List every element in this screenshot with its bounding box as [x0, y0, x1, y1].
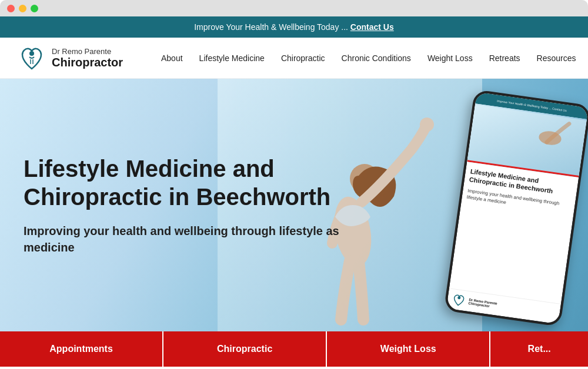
phone-brand-text: Dr Remo Parente Chiropractor	[468, 298, 497, 309]
cta-buttons-row: Appointments Chiropractic Weight Loss Re…	[0, 331, 588, 367]
navigation: Dr Remo Parente Chiropractor About Lifes…	[0, 38, 588, 79]
svg-point-0	[29, 51, 34, 56]
close-button-dot[interactable]	[7, 5, 15, 12]
cta-appointments-button[interactable]: Appointments	[0, 331, 163, 367]
nav-contact[interactable]: Contact	[584, 53, 589, 63]
maximize-button-dot[interactable]	[31, 5, 38, 12]
nav-about[interactable]: About	[153, 53, 191, 63]
svg-point-4	[420, 118, 434, 132]
logo-area[interactable]: Dr Remo Parente Chiropractor	[18, 44, 135, 72]
hero-section: Lifestyle Medicine and Chiropractic in B…	[0, 79, 588, 331]
hero-content: Lifestyle Medicine and Chiropractic in B…	[24, 155, 341, 256]
hero-subtitle: Improving your health and wellbeing thro…	[24, 223, 341, 256]
logo-icon	[18, 44, 46, 72]
banner-text: Improve Your Health & Wellbeing Today ..…	[194, 22, 348, 32]
nav-lifestyle-medicine[interactable]: Lifestyle Medicine	[191, 53, 273, 63]
logo-name-bottom: Chiropractor	[52, 56, 123, 69]
nav-weight-loss[interactable]: Weight Loss	[419, 53, 481, 63]
hero-title: Lifestyle Medicine and Chiropractic in B…	[24, 155, 341, 211]
nav-chronic-conditions[interactable]: Chronic Conditions	[333, 53, 419, 63]
svg-point-7	[457, 296, 461, 300]
minimize-button-dot[interactable]	[19, 5, 26, 12]
nav-links: About Lifestyle Medicine Chiropractic Ch…	[153, 53, 588, 63]
window-chrome	[0, 0, 588, 16]
nav-resources[interactable]: Resources	[529, 53, 584, 63]
contact-us-link[interactable]: Contact Us	[350, 22, 394, 32]
top-banner: Improve Your Health & Wellbeing Today ..…	[0, 16, 588, 38]
nav-retreats[interactable]: Retreats	[481, 53, 529, 63]
cta-retreats-button[interactable]: Ret...	[490, 331, 588, 367]
nav-chiropractic[interactable]: Chiropractic	[273, 53, 333, 63]
phone-content: Lifestyle Medicine and Chiropractic in B…	[449, 162, 579, 304]
logo-text: Dr Remo Parente Chiropractor	[52, 47, 123, 69]
logo-name-top: Dr Remo Parente	[52, 47, 123, 56]
cta-retreats-label: Ret...	[528, 344, 551, 354]
cta-chiropractic-button[interactable]: Chiropractic	[163, 331, 327, 367]
cta-weight-loss-button[interactable]: Weight Loss	[327, 331, 490, 367]
phone-logo-icon	[452, 293, 466, 307]
